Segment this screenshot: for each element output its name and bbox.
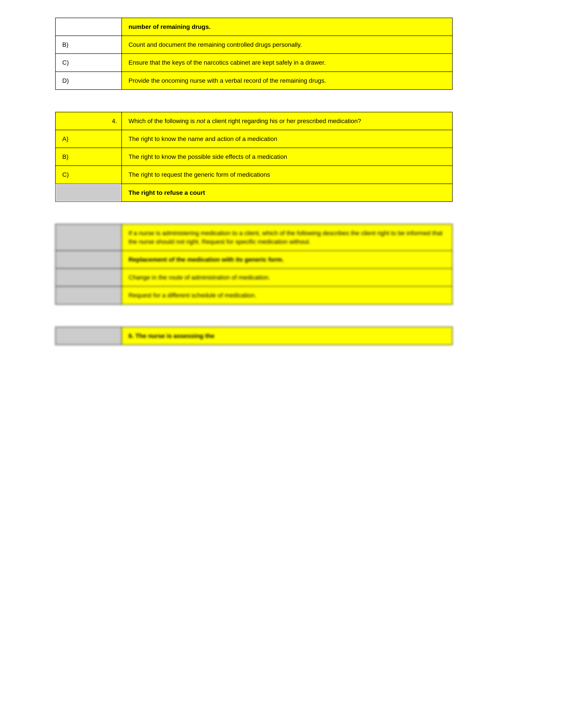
partial-text: The right to refuse a court <box>128 189 205 196</box>
table-row: number of remaining drugs. <box>55 18 452 36</box>
answer-text: The right to request the generic form of… <box>128 171 270 178</box>
table-row: B) Count and document the remaining cont… <box>55 36 452 54</box>
number-cell <box>55 224 122 251</box>
table-2: 4. Which of the following is not a clien… <box>55 112 453 202</box>
row-label: D) <box>62 77 69 84</box>
content-cell: Ensure that the keys of the narcotics ca… <box>122 54 452 71</box>
content-cell: Change in the route of administration of… <box>122 268 452 286</box>
answer-text: Ensure that the keys of the narcotics ca… <box>128 59 326 66</box>
row-label: B) <box>62 41 68 48</box>
number-cell: 4. <box>55 112 122 130</box>
content-cell: 6. The nurse is assessing the <box>122 327 452 345</box>
label-cell <box>55 18 122 36</box>
section-table4: 6. The nurse is assessing the <box>22 327 541 345</box>
content-cell: Request for a different schedule of medi… <box>122 286 452 304</box>
content-cell: number of remaining drugs. <box>122 18 452 36</box>
answer-text: Count and document the remaining control… <box>128 41 302 48</box>
table-3: If a nurse is administering medication t… <box>55 224 453 305</box>
label-cell: B) <box>55 36 122 54</box>
label-cell <box>55 268 122 286</box>
label-cell <box>55 251 122 268</box>
content-cell: Replacement of the medication with its g… <box>122 251 452 268</box>
content-cell: The right to refuse a court <box>122 184 452 202</box>
table-row: 4. Which of the following is not a clien… <box>55 112 452 130</box>
table-row: 6. The nurse is assessing the <box>55 327 452 345</box>
label-cell <box>55 184 122 202</box>
content-cell: The right to know the name and action of… <box>122 130 452 148</box>
table-row: Replacement of the medication with its g… <box>55 251 452 268</box>
table-row: C) The right to request the generic form… <box>55 166 452 184</box>
label-cell: C) <box>55 166 122 184</box>
content-cell: If a nurse is administering medication t… <box>122 224 452 251</box>
table-row: Request for a different schedule of medi… <box>55 286 452 304</box>
row-label: C) <box>62 59 69 66</box>
label-cell: C) <box>55 54 122 71</box>
table-row: A) The right to know the name and action… <box>55 130 452 148</box>
answer-text: Provide the oncoming nurse with a verbal… <box>128 77 326 84</box>
content-cell: The right to know the possible side effe… <box>122 148 452 166</box>
label-cell: B) <box>55 148 122 166</box>
answer-text: number of remaining drugs. <box>128 23 211 30</box>
answer-text: The right to know the possible side effe… <box>128 153 287 160</box>
section-table3: If a nurse is administering medication t… <box>22 224 541 305</box>
label-cell: D) <box>55 72 122 90</box>
label-cell <box>55 286 122 304</box>
section-table1: number of remaining drugs. B) Count and … <box>22 18 541 90</box>
label-cell: A) <box>55 130 122 148</box>
answer-text: The right to know the name and action of… <box>128 135 277 142</box>
table-row: C) Ensure that the keys of the narcotics… <box>55 54 452 71</box>
table-row: D) Provide the oncoming nurse with a ver… <box>55 72 452 90</box>
table-row: Change in the route of administration of… <box>55 268 452 286</box>
table-row: The right to refuse a court <box>55 184 452 202</box>
italic-text: not <box>196 118 205 124</box>
content-cell: Count and document the remaining control… <box>122 36 452 54</box>
number-cell <box>55 327 122 345</box>
section-table2: 4. Which of the following is not a clien… <box>22 112 541 202</box>
content-cell: The right to request the generic form of… <box>122 166 452 184</box>
table-1: number of remaining drugs. B) Count and … <box>55 18 453 90</box>
content-cell: Provide the oncoming nurse with a verbal… <box>122 72 452 90</box>
content-cell: Which of the following is not a client r… <box>122 112 452 130</box>
table-row: B) The right to know the possible side e… <box>55 148 452 166</box>
table-4: 6. The nurse is assessing the <box>55 327 453 345</box>
table-row: If a nurse is administering medication t… <box>55 224 452 251</box>
